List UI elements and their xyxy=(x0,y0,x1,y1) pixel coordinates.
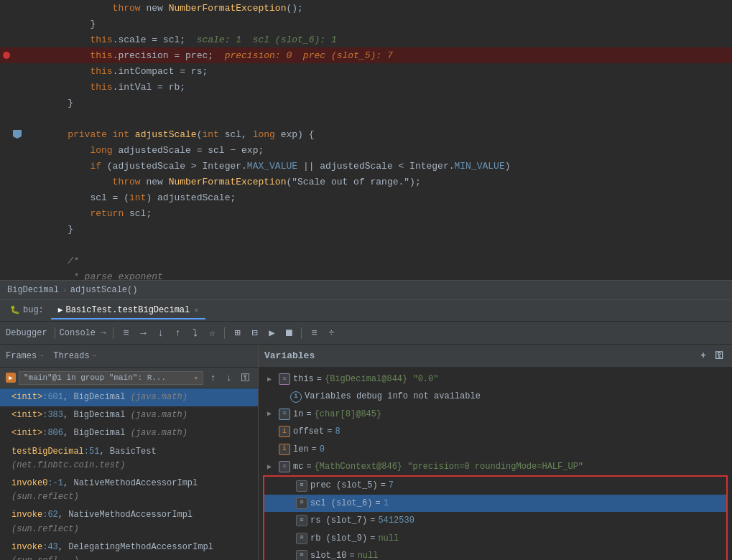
debug-toolbar: Debugger Console → ≡ → ↓ ↑ ⤵ ☆ ⊞ ⊟ ▶ ⏹ ≡… xyxy=(0,322,732,345)
var-item-len[interactable]: i len = 0 xyxy=(259,441,732,458)
frames-section: Frames → xyxy=(6,351,43,361)
variables-list: ▶ ≡ this = {BigDecimal@844} "0.0" i Vari… xyxy=(259,368,732,560)
code-line xyxy=(0,111,732,126)
code-content: } xyxy=(40,224,732,235)
variables-header: Variables + ⚿ xyxy=(259,345,732,368)
toolbar-left: Debugger Console → ≡ → ↓ ↑ ⤵ ☆ ⊞ ⊟ ▶ ⏹ ≡… xyxy=(6,325,339,341)
code-content: this.intCompact = rs; xyxy=(40,66,732,77)
thread-row: ▶ "main"@1 in group "main": R... ▾ ↑ ↓ ⚿ xyxy=(0,368,258,388)
panel-toolbar: Frames → Threads → xyxy=(0,345,258,368)
layout-btn[interactable]: ÷ xyxy=(323,325,339,341)
code-line: return scl; xyxy=(0,205,732,221)
frames-arrow: → xyxy=(39,352,43,360)
breadcrumb-method: adjustScale() xyxy=(70,285,138,295)
code-line: /* xyxy=(0,253,732,269)
bookmark-indicator xyxy=(13,130,22,139)
code-content: return scl; xyxy=(40,208,732,219)
code-line: this.scale = scl; scale: 1 scl (slot_6):… xyxy=(0,32,732,47)
frames-list: <init>:601, BigDecimal (java.math) <init… xyxy=(0,388,258,560)
code-line-breakpoint: this.precision = prec; precision: 0 prec… xyxy=(0,47,732,63)
step-out-btn[interactable]: ↑ xyxy=(170,325,185,341)
stop-btn[interactable]: ⏹ xyxy=(281,325,297,341)
toolbar-divider-2 xyxy=(113,327,113,339)
frame-item[interactable]: invoke0:-1, NativeMethodAccessorImpl (su… xyxy=(0,475,258,506)
frame-item[interactable]: <init>:601, BigDecimal (java.math) xyxy=(0,388,258,406)
resume-btn[interactable]: ▶ xyxy=(264,325,279,341)
tab-bug-label: bug: xyxy=(23,305,44,315)
threads-arrow: → xyxy=(92,352,96,360)
var-item-slot10[interactable]: ≡ slot_10 = null xyxy=(264,547,726,560)
var-item-scl-slot6[interactable]: ≡ scl (slot_6) = 1 xyxy=(264,495,726,512)
bug-icon: 🐛 xyxy=(10,305,20,314)
expand-icon: ▶ xyxy=(267,373,279,386)
code-content: long adjustedScale = scl − exp; xyxy=(40,145,732,156)
code-content xyxy=(40,240,732,251)
var-type-icon: ≡ xyxy=(279,409,290,420)
var-type-icon: ≡ xyxy=(296,533,307,544)
thread-name: "main"@1 in group "main": R... xyxy=(24,373,166,382)
step-over-btn[interactable]: → xyxy=(135,325,151,341)
add-watch-btn[interactable]: ⊞ xyxy=(229,325,245,341)
var-item-in[interactable]: ▶ ≡ in = {char[8]@845} xyxy=(259,406,732,423)
code-line xyxy=(0,237,732,253)
breadcrumb-class: BigDecimal xyxy=(7,285,59,295)
remove-watch-btn[interactable]: ⊟ xyxy=(246,325,262,341)
frame-item[interactable]: testBigDecimal:51, BasicTest (net.finbtc… xyxy=(0,443,258,475)
var-item-mc[interactable]: ▶ ≡ mc = {MathContext@846} "precision=0 … xyxy=(259,458,732,475)
toolbar-divider xyxy=(55,327,55,339)
code-content: /* xyxy=(40,256,732,266)
code-line: } xyxy=(0,16,732,32)
add-watch-toolbar-btn[interactable]: + xyxy=(696,349,710,363)
code-content xyxy=(40,113,732,124)
run-to-cursor-btn[interactable]: ⤵ xyxy=(187,325,203,341)
frame-item[interactable]: <init>:806, BigDecimal (java.math) xyxy=(0,424,258,442)
expand-icon: ▶ xyxy=(267,461,279,473)
step-down-btn[interactable]: ↓ xyxy=(222,370,236,385)
threads-label: Threads xyxy=(53,351,89,361)
variables-toolbar: + ⚿ xyxy=(696,349,726,363)
thread-dropdown[interactable]: "main"@1 in group "main": R... ▾ xyxy=(19,371,203,385)
variables-title: Variables xyxy=(264,350,315,361)
code-line: private int adjustScale(int scl, long ex… xyxy=(0,126,732,142)
tab-bug[interactable]: 🐛 bug: xyxy=(3,302,51,319)
settings-btn[interactable]: ≡ xyxy=(118,325,134,341)
console-label: Console → xyxy=(60,328,106,338)
toolbar-divider-3 xyxy=(224,327,225,339)
more-btn[interactable]: ≡ xyxy=(306,325,322,341)
code-content: if (adjustedScale > Integer.MAX_VALUE ||… xyxy=(40,161,732,172)
filter-btn[interactable]: ⚿ xyxy=(238,370,252,385)
step-up-btn[interactable]: ↑ xyxy=(206,370,221,385)
close-tab-icon[interactable]: ✕ xyxy=(194,306,198,314)
breadcrumb: BigDecimal › adjustScale() xyxy=(0,280,732,300)
frame-item[interactable]: <init>:383, BigDecimal (java.math) xyxy=(0,406,258,424)
code-line: this.intVal = rb; xyxy=(0,79,732,95)
code-line: throw new NumberFormatException(); xyxy=(0,0,732,16)
code-line: } xyxy=(0,221,732,237)
var-item-rb-slot9[interactable]: ≡ rb (slot_9) = null xyxy=(264,530,726,547)
var-item-prec-slot5[interactable]: ≡ prec (slot_5) = 7 xyxy=(264,477,726,494)
code-line: scl = (int) adjustedScale; xyxy=(0,190,732,205)
left-panel: Frames → Threads → ▶ "main"@1 in group "… xyxy=(0,345,259,560)
threads-section: Threads → xyxy=(53,351,96,361)
code-content: private int adjustScale(int scl, long ex… xyxy=(40,129,732,140)
var-type-icon: ≡ xyxy=(296,515,307,526)
chevron-down-icon: ▾ xyxy=(193,373,198,383)
var-item-offset[interactable]: i offset = 8 xyxy=(259,423,732,440)
right-panel: Variables + ⚿ ▶ ≡ this = {BigDecimal@844… xyxy=(259,345,732,560)
filter-variables-btn[interactable]: ⚿ xyxy=(712,349,726,363)
tab-basic-test[interactable]: ▶ BasicTest.testBigDecimal ✕ xyxy=(51,302,205,319)
var-item-this[interactable]: ▶ ≡ this = {BigDecimal@844} "0.0" xyxy=(259,370,732,388)
highlighted-vars-box: ≡ prec (slot_5) = 7 ≡ scl (slot_6) = 1 ≡ xyxy=(263,475,728,560)
code-content: * parse exponent xyxy=(40,271,732,281)
var-item-rs-slot7[interactable]: ≡ rs (slot_7) = 5412530 xyxy=(264,512,726,529)
frame-item[interactable]: invoke:62, NativeMethodAccessorImpl (sun… xyxy=(0,506,258,538)
evaluate-btn[interactable]: ☆ xyxy=(204,325,220,341)
frame-item[interactable]: invoke:43, DelegatingMethodAccessorImpl … xyxy=(0,538,258,560)
var-type-icon: i xyxy=(279,444,290,455)
frames-label: Frames xyxy=(6,351,37,361)
var-type-icon: ≡ xyxy=(296,498,307,509)
step-into-btn[interactable]: ↓ xyxy=(152,325,168,341)
code-editor: throw new NumberFormatException(); } thi… xyxy=(0,0,732,280)
code-content: this.intVal = rb; xyxy=(40,82,732,93)
code-line: } xyxy=(0,95,732,111)
